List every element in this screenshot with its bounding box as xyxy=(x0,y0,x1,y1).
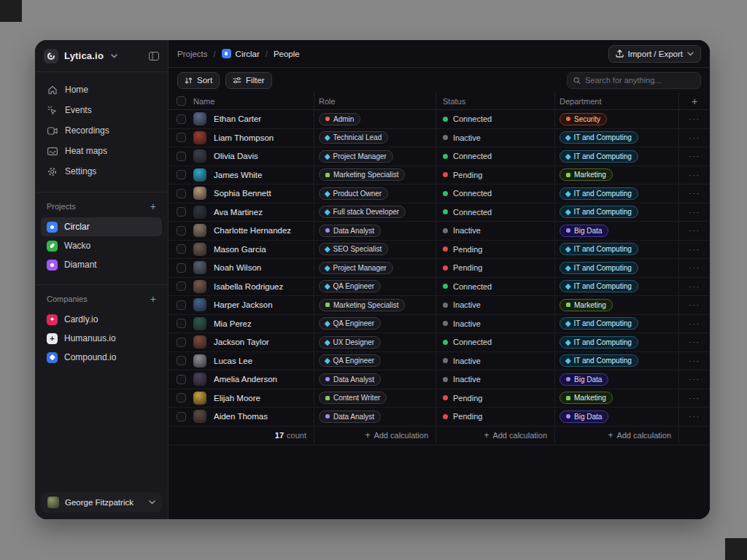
department-badge[interactable]: IT and Computing xyxy=(560,336,638,349)
more-options-button[interactable]: ··· xyxy=(689,171,700,179)
row-checkbox[interactable] xyxy=(177,412,186,421)
select-all-checkbox[interactable] xyxy=(177,96,186,106)
department-badge[interactable]: Big Data xyxy=(560,225,608,237)
department-badge[interactable]: Big Data xyxy=(560,373,608,386)
more-options-button[interactable]: ··· xyxy=(689,394,700,402)
add-calculation-button[interactable]: +Add calculation xyxy=(365,430,436,440)
department-badge[interactable]: IT and Computing xyxy=(560,354,638,367)
add-calculation-button[interactable]: +Add calculation xyxy=(484,430,554,440)
filter-button[interactable]: Filter xyxy=(225,72,272,89)
role-badge[interactable]: UX Designer xyxy=(319,336,381,349)
row-checkbox[interactable] xyxy=(177,375,186,384)
department-badge[interactable]: IT and Computing xyxy=(560,206,638,218)
role-badge[interactable]: Marketing Specialist xyxy=(319,168,405,181)
role-badge[interactable]: QA Engineer xyxy=(319,317,381,330)
more-options-button[interactable]: ··· xyxy=(689,245,700,254)
role-badge[interactable]: Project Manager xyxy=(319,150,393,163)
role-badge[interactable]: Content Writer xyxy=(319,392,387,404)
sort-button[interactable]: Sort xyxy=(177,72,220,89)
project-item-diamant[interactable]: Diamant xyxy=(41,255,162,274)
role-badge[interactable]: Data Analyst xyxy=(319,225,381,237)
row-checkbox[interactable] xyxy=(177,281,186,291)
sidebar-item-home[interactable]: Home xyxy=(41,79,162,100)
user-menu[interactable]: George Fitzpatrick xyxy=(41,492,162,513)
search-input[interactable] xyxy=(585,76,694,85)
row-checkbox[interactable] xyxy=(177,393,186,402)
project-item-wacko[interactable]: Wacko xyxy=(41,236,162,255)
row-checkbox[interactable] xyxy=(177,263,186,273)
more-options-button[interactable]: ··· xyxy=(689,263,700,272)
department-badge[interactable]: Security xyxy=(560,113,607,125)
row-checkbox[interactable] xyxy=(177,300,186,310)
role-badge[interactable]: QA Engineer xyxy=(319,280,381,292)
more-options-button[interactable]: ··· xyxy=(689,282,700,291)
department-badge[interactable]: IT and Computing xyxy=(560,150,638,163)
add-column-button[interactable]: + xyxy=(678,93,710,109)
add-project-button[interactable]: + xyxy=(150,201,156,211)
company-item-humanuus-io[interactable]: +Humanuus.io xyxy=(41,329,162,348)
department-badge[interactable]: IT and Computing xyxy=(560,131,638,144)
sidebar-item-events[interactable]: Events xyxy=(41,100,162,120)
company-item-cardly-io[interactable]: ✦Cardly.io xyxy=(41,310,162,329)
breadcrumb-item-projects[interactable]: Projects xyxy=(177,50,208,58)
column-header-department[interactable]: Department xyxy=(554,93,678,109)
sidebar-item-heat-maps[interactable]: Heat maps xyxy=(41,141,162,161)
row-checkbox[interactable] xyxy=(177,226,186,236)
more-options-button[interactable]: ··· xyxy=(689,338,700,346)
role-badge[interactable]: Full stack Developer xyxy=(319,206,406,218)
role-badge[interactable]: Data Analyst xyxy=(319,373,381,386)
role-badge[interactable]: QA Engineer xyxy=(319,354,381,367)
project-item-circlar[interactable]: Circlar xyxy=(41,217,162,236)
collapse-sidebar-button[interactable] xyxy=(149,52,159,61)
department-badge[interactable]: IT and Computing xyxy=(560,187,638,200)
department-badge[interactable]: Marketing xyxy=(560,392,613,404)
workspace-switcher[interactable]: Lytica.io xyxy=(35,40,168,72)
sidebar-item-recordings[interactable]: Recordings xyxy=(41,120,162,141)
add-company-button[interactable]: + xyxy=(150,294,156,304)
company-item-compound-io[interactable]: Compound.io xyxy=(41,348,162,367)
department-badge[interactable]: Big Data xyxy=(560,411,608,423)
breadcrumb-item-circlar[interactable]: Circlar xyxy=(222,49,260,58)
row-checkbox[interactable] xyxy=(177,152,186,161)
department-badge[interactable]: IT and Computing xyxy=(560,243,638,255)
more-options-button[interactable]: ··· xyxy=(689,375,700,384)
role-badge[interactable]: Technical Lead xyxy=(319,131,388,144)
row-checkbox[interactable] xyxy=(177,170,186,179)
row-checkbox[interactable] xyxy=(177,338,186,347)
more-options-button[interactable]: ··· xyxy=(689,189,700,198)
more-options-button[interactable]: ··· xyxy=(689,226,700,235)
row-checkbox[interactable] xyxy=(177,189,186,198)
role-badge[interactable]: Product Owner xyxy=(319,187,388,200)
department-badge[interactable]: IT and Computing xyxy=(560,317,638,330)
sidebar-item-settings[interactable]: Settings xyxy=(41,161,162,182)
row-checkbox[interactable] xyxy=(177,356,186,365)
role-badge[interactable]: Project Manager xyxy=(319,262,393,274)
column-header-name[interactable]: Name xyxy=(169,93,314,109)
column-header-role[interactable]: Role xyxy=(314,93,436,109)
role-badge[interactable]: Data Analyst xyxy=(319,411,381,423)
more-options-button[interactable]: ··· xyxy=(689,319,700,328)
department-badge[interactable]: IT and Computing xyxy=(560,262,638,274)
column-header-status[interactable]: Status xyxy=(436,93,554,109)
import-export-button[interactable]: Import / Export xyxy=(608,45,701,63)
more-options-button[interactable]: ··· xyxy=(689,300,700,309)
row-checkbox[interactable] xyxy=(177,319,186,328)
department-badge[interactable]: Marketing xyxy=(560,168,613,181)
add-calculation-button[interactable]: +Add calculation xyxy=(608,430,678,440)
more-options-button[interactable]: ··· xyxy=(689,114,700,123)
more-options-button[interactable]: ··· xyxy=(689,208,700,217)
more-options-button[interactable]: ··· xyxy=(689,357,700,365)
role-badge[interactable]: Admin xyxy=(319,113,360,125)
row-checkbox[interactable] xyxy=(177,207,186,217)
role-badge[interactable]: Marketing Specialist xyxy=(319,299,405,311)
row-checkbox[interactable] xyxy=(177,114,186,124)
role-badge[interactable]: SEO Specialist xyxy=(319,243,388,255)
row-checkbox[interactable] xyxy=(177,244,186,254)
more-options-button[interactable]: ··· xyxy=(689,133,700,142)
department-badge[interactable]: Marketing xyxy=(560,299,613,311)
more-options-button[interactable]: ··· xyxy=(689,412,700,421)
more-options-button[interactable]: ··· xyxy=(689,152,700,160)
department-badge[interactable]: IT and Computing xyxy=(560,280,638,292)
row-checkbox[interactable] xyxy=(177,133,186,142)
breadcrumb-item-people[interactable]: People xyxy=(274,50,300,58)
